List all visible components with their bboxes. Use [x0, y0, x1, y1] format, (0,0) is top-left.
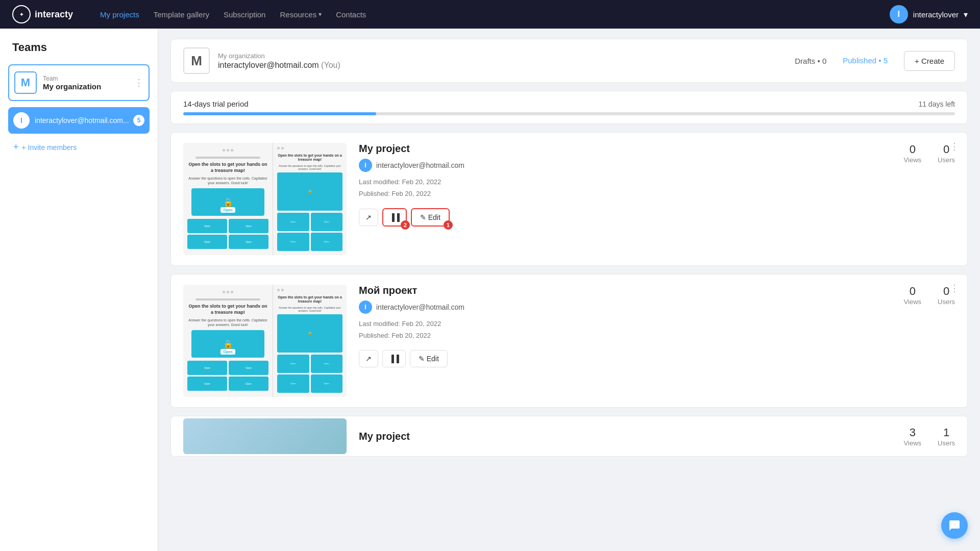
org-email: interactylover@hotmail.com (You)	[218, 61, 795, 70]
member-count: 5	[133, 115, 144, 126]
drafts-stat: Drafts • 0	[795, 57, 826, 65]
main-content: M My organization interactylover@hotmail…	[158, 29, 980, 551]
published-stat[interactable]: Published • 5	[843, 56, 888, 65]
thumb-right-2: Open the slots to get your hands on a tr…	[273, 285, 347, 397]
edit-badge-1: 1	[444, 220, 453, 230]
trial-top: 14-days trial period 11 days left	[183, 99, 955, 108]
author-avatar-2: I	[359, 300, 372, 314]
project-actions-2: ↗ ▐▐ ✎ Edit	[359, 350, 448, 367]
sidebar: Teams M Team My organization ⋮ I interac…	[0, 29, 158, 551]
project-dates-2: Last modified: Feb 20, 2022 Published: F…	[359, 318, 892, 342]
team-label: Team	[43, 75, 134, 82]
user-name[interactable]: interactylover	[913, 10, 959, 19]
org-avatar: M	[183, 47, 210, 74]
team-info: Team My organization	[43, 75, 134, 91]
card-more-icon-2[interactable]: ⋮	[950, 283, 959, 294]
edit-btn-wrapper-1: ✎ Edit 1	[411, 208, 450, 227]
project-bottom-row-1: ↗ ▐▐ 2 ✎ Edit 1	[359, 208, 892, 227]
analytics-button-2[interactable]: ▐▐	[382, 350, 406, 367]
member-email: interactylover@hotmail.com...	[35, 116, 133, 124]
logo-text: interacty	[35, 9, 73, 20]
views-stat-2: 0 Views	[904, 285, 921, 306]
user-avatar: I	[890, 5, 908, 23]
invite-plus-icon: +	[13, 142, 19, 153]
logo-icon: ✦	[12, 5, 31, 23]
edit-button-2[interactable]: ✎ Edit	[410, 350, 448, 367]
analytics-btn-wrapper-1: ▐▐ 2	[382, 208, 407, 227]
invite-members-label: + Invite members	[22, 143, 77, 152]
member-item[interactable]: I interactylover@hotmail.com... 5	[8, 107, 150, 134]
trial-progress	[183, 112, 955, 115]
team-more-icon[interactable]: ⋮	[134, 77, 143, 88]
thumb-left-2: Open the slots to get your hands on a tr…	[183, 285, 273, 397]
nav-my-projects[interactable]: My projects	[100, 10, 139, 19]
project-thumbnail-2: Open the slots to get your hands on a tr…	[183, 285, 347, 397]
org-info: My organization interactylover@hotmail.c…	[218, 52, 795, 70]
trial-banner: 14-days trial period 11 days left	[170, 91, 968, 124]
project-info-3: My project	[359, 431, 892, 442]
project-stats-3: 3 Views 1 Users	[904, 426, 955, 447]
project-stats-1: 0 Views 0 Users	[904, 143, 955, 164]
project-title-3: My project	[359, 431, 892, 442]
project-author-2: I interactylover@hotmail.com	[359, 300, 892, 314]
author-avatar-1: I	[359, 159, 372, 172]
member-avatar: I	[13, 112, 30, 129]
main-layout: Teams M Team My organization ⋮ I interac…	[0, 29, 980, 551]
logo[interactable]: ✦ interacty	[12, 5, 84, 23]
project-thumbnail-1: Open the slots to get your hands on a tr…	[183, 143, 347, 255]
share-btn-wrapper-1: ↗	[359, 209, 378, 226]
project-card-2: ⋮ Open the slots to get your hands on a …	[170, 274, 968, 408]
nav-subscription[interactable]: Subscription	[224, 10, 266, 19]
project-thumbnail-3	[183, 418, 347, 454]
share-button-1[interactable]: ↗	[359, 209, 378, 226]
project-card-1: ⋮ Open the slots to get your hands on a …	[170, 132, 968, 266]
project-card-3: My project 3 Views 1 Users	[170, 416, 968, 457]
chat-fab-button[interactable]	[941, 512, 968, 539]
user-area: I interactylover ▾	[890, 5, 968, 23]
invite-members-button[interactable]: + + Invite members	[8, 138, 150, 157]
project-info-1: My project I interactylover@hotmail.com …	[359, 143, 892, 227]
project-stats-2: 0 Views 0 Users	[904, 285, 955, 306]
project-title-1: My project	[359, 143, 892, 155]
card-more-icon-1[interactable]: ⋮	[950, 141, 959, 152]
analytics-badge-1: 2	[401, 220, 410, 230]
org-header: M My organization interactylover@hotmail…	[170, 39, 968, 83]
nav-contacts[interactable]: Contacts	[336, 10, 366, 19]
team-name: My organization	[43, 82, 134, 91]
project-actions-1: ↗ ▐▐ 2 ✎ Edit 1	[359, 208, 450, 227]
project-bottom-row-2: ↗ ▐▐ ✎ Edit	[359, 350, 892, 367]
user-dropdown-icon[interactable]: ▾	[964, 10, 968, 19]
nav-links: My projects Template gallery Subscriptio…	[100, 10, 873, 19]
thumb-left-1: Open the slots to get your hands on a tr…	[183, 143, 273, 255]
trial-progress-fill	[183, 112, 376, 115]
project-info-2: Мой проект I interactylover@hotmail.com …	[359, 285, 892, 367]
resources-chevron-icon: ▾	[318, 11, 322, 18]
project-title-2: Мой проект	[359, 285, 892, 296]
project-author-1: I interactylover@hotmail.com	[359, 159, 892, 172]
views-stat-3: 3 Views	[904, 426, 921, 447]
trial-days: 11 days left	[918, 100, 955, 108]
org-stats: Drafts • 0 Published • 5	[795, 56, 888, 65]
share-button-2[interactable]: ↗	[359, 350, 378, 367]
nav-resources[interactable]: Resources ▾	[280, 10, 322, 19]
org-name: My organization	[218, 52, 795, 60]
trial-label: 14-days trial period	[183, 99, 249, 108]
sidebar-title: Teams	[8, 41, 150, 54]
project-dates-1: Last modified: Feb 20, 2022 Published: F…	[359, 176, 892, 200]
thumb-right-1: Open the slots to get your hands on a tr…	[273, 143, 347, 255]
views-stat-1: 0 Views	[904, 143, 921, 164]
nav-template-gallery[interactable]: Template gallery	[154, 10, 209, 19]
team-item[interactable]: M Team My organization ⋮	[8, 64, 150, 101]
create-button[interactable]: + Create	[904, 51, 955, 71]
top-navigation: ✦ interacty My projects Template gallery…	[0, 0, 980, 29]
team-avatar: M	[14, 71, 37, 94]
users-stat-3: 1 Users	[938, 426, 955, 447]
